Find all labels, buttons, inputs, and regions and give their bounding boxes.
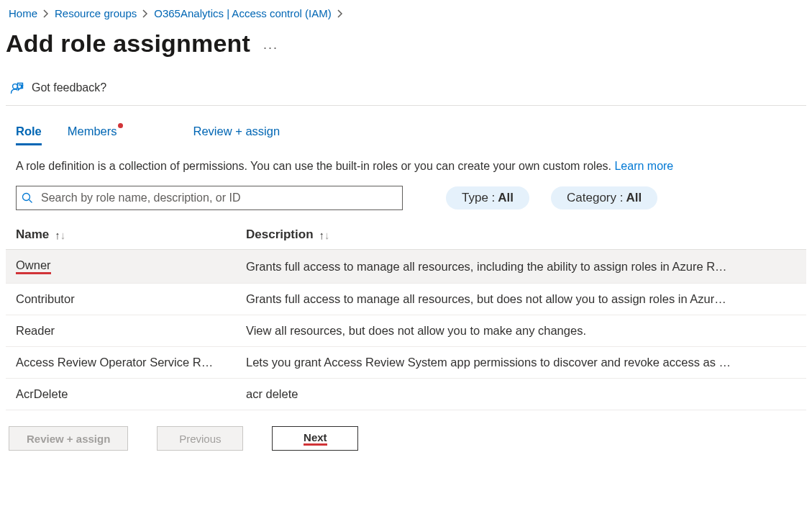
- page-title: Add role assignment: [6, 30, 250, 58]
- table-row[interactable]: Reader View all resources, but does not …: [6, 315, 806, 347]
- breadcrumb-resource-groups[interactable]: Resource groups: [55, 7, 137, 19]
- role-description: Grants full access to manage all resourc…: [246, 260, 806, 274]
- role-name: Contributor: [16, 292, 246, 306]
- feedback-icon: [10, 81, 24, 95]
- chevron-right-icon: [337, 9, 343, 18]
- role-description: acr delete: [246, 387, 806, 401]
- tab-members[interactable]: Members: [68, 125, 117, 144]
- column-header-name[interactable]: Name ↑↓: [16, 227, 246, 242]
- learn-more-link[interactable]: Learn more: [614, 160, 673, 172]
- breadcrumb-home[interactable]: Home: [9, 7, 37, 19]
- attention-dot-icon: [118, 123, 123, 128]
- svg-point-1: [23, 194, 30, 201]
- table-row[interactable]: AcrDelete acr delete: [6, 379, 806, 410]
- next-button[interactable]: Next: [272, 426, 358, 451]
- tab-role[interactable]: Role: [16, 125, 42, 144]
- roles-table: Name ↑↓ Description ↑↓ Owner Grants full…: [6, 223, 806, 410]
- filters-row: Type : All Category : All: [6, 186, 806, 223]
- sort-icon: ↑↓: [319, 229, 330, 241]
- search-icon: [22, 192, 33, 204]
- search-input[interactable]: [16, 186, 403, 210]
- breadcrumb-iam[interactable]: O365Analytics | Access control (IAM): [154, 7, 331, 19]
- role-description: View all resources, but does not allow y…: [246, 324, 806, 338]
- svg-point-0: [13, 84, 18, 89]
- table-row[interactable]: Owner Grants full access to manage all r…: [6, 250, 806, 284]
- role-name: AcrDelete: [16, 387, 246, 401]
- table-row[interactable]: Contributor Grants full access to manage…: [6, 284, 806, 315]
- feedback-label: Got feedback?: [32, 81, 106, 94]
- role-name: Access Review Operator Service R…: [16, 356, 246, 369]
- role-name: Reader: [16, 324, 246, 338]
- role-name: Owner: [16, 258, 51, 274]
- more-actions-icon[interactable]: ···: [263, 40, 278, 55]
- filter-category-pill[interactable]: Category : All: [551, 186, 657, 209]
- search-wrap: [16, 186, 403, 210]
- sort-icon: ↑↓: [55, 229, 65, 241]
- role-description: Grants full access to manage all resourc…: [246, 292, 806, 306]
- table-header: Name ↑↓ Description ↑↓: [6, 223, 806, 250]
- previous-button[interactable]: Previous: [157, 426, 243, 451]
- description-text: A role definition is a collection of per…: [6, 150, 806, 186]
- footer: Review + assign Previous Next: [6, 410, 806, 461]
- filter-type-pill[interactable]: Type : All: [446, 186, 529, 209]
- review-assign-button[interactable]: Review + assign: [9, 426, 128, 451]
- tab-review-assign[interactable]: Review + assign: [193, 125, 280, 144]
- breadcrumb: Home Resource groups O365Analytics | Acc…: [6, 7, 806, 22]
- chevron-right-icon: [142, 9, 148, 18]
- svg-line-2: [29, 200, 32, 203]
- feedback-link[interactable]: Got feedback?: [6, 78, 806, 105]
- column-header-description[interactable]: Description ↑↓: [246, 227, 806, 242]
- title-row: Add role assignment ···: [6, 30, 806, 58]
- tabs: Role Members Review + assign: [6, 106, 806, 150]
- role-description: Lets you grant Access Review System app …: [246, 356, 806, 369]
- chevron-right-icon: [43, 9, 49, 18]
- table-row[interactable]: Access Review Operator Service R… Lets y…: [6, 347, 806, 379]
